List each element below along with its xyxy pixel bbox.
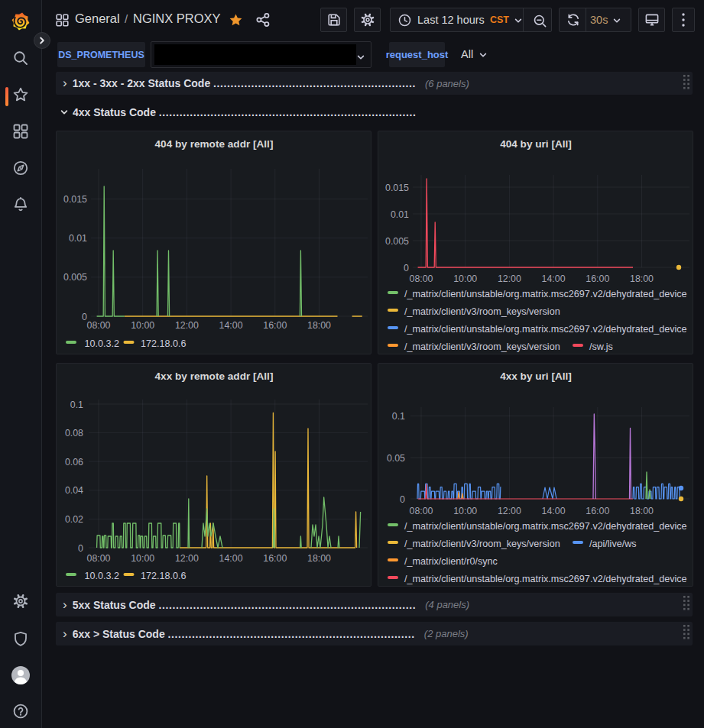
svg-text:12:00: 12:00 — [498, 273, 521, 284]
svg-text:/_matrix/client/v3/room_keys/v: /_matrix/client/v3/room_keys/version — [404, 539, 560, 549]
svg-text:0.08: 0.08 — [65, 428, 83, 438]
svg-text:0.06: 0.06 — [65, 457, 83, 468]
svg-text:18:00: 18:00 — [630, 273, 654, 284]
svg-text:0.1: 0.1 — [392, 411, 405, 422]
svg-text:16:00: 16:00 — [586, 506, 609, 516]
svg-text:14:00: 14:00 — [542, 273, 566, 284]
svg-text:10:00: 10:00 — [453, 273, 477, 284]
svg-text:172.18.0.6: 172.18.0.6 — [141, 338, 187, 349]
svg-text:/_matrix/client/r0/sync: /_matrix/client/r0/sync — [404, 556, 498, 567]
svg-text:0: 0 — [78, 543, 83, 554]
svg-text:16:00: 16:00 — [263, 553, 287, 564]
svg-text:4xx by remote addr [All]: 4xx by remote addr [All] — [155, 370, 274, 382]
svg-text:12:00: 12:00 — [175, 553, 199, 564]
svg-text:/_matrix/client/v3/room_keys/v: /_matrix/client/v3/room_keys/version — [404, 341, 560, 352]
svg-text:0.015: 0.015 — [385, 183, 409, 193]
svg-text:0.1: 0.1 — [70, 400, 83, 410]
svg-text:10:00: 10:00 — [453, 506, 477, 516]
svg-text:0.01: 0.01 — [391, 209, 409, 220]
svg-text:0.005: 0.005 — [63, 272, 87, 283]
svg-text:10:00: 10:00 — [131, 553, 154, 564]
svg-text:16:00: 16:00 — [263, 320, 287, 331]
svg-text:18:00: 18:00 — [630, 506, 654, 516]
svg-text:0.005: 0.005 — [385, 236, 409, 247]
svg-text:0.02: 0.02 — [65, 514, 83, 525]
svg-text:/_matrix/client/unstable/org.m: /_matrix/client/unstable/org.matrix.msc2… — [404, 574, 687, 584]
svg-text:16:00: 16:00 — [586, 273, 609, 284]
svg-text:14:00: 14:00 — [219, 553, 243, 564]
svg-text:10:00: 10:00 — [131, 320, 154, 331]
svg-text:0: 0 — [404, 263, 409, 273]
svg-text:404 by uri [All]: 404 by uri [All] — [500, 138, 572, 150]
svg-text:/_matrix/client/unstable/org.m: /_matrix/client/unstable/org.matrix.msc2… — [404, 289, 687, 299]
svg-text:08:00: 08:00 — [86, 320, 110, 331]
svg-text:12:00: 12:00 — [175, 320, 199, 331]
svg-text:08:00: 08:00 — [409, 506, 433, 516]
svg-text:/_matrix/client/v3/room_keys/v: /_matrix/client/v3/room_keys/version — [404, 306, 560, 317]
svg-text:14:00: 14:00 — [219, 320, 243, 331]
svg-text:0.015: 0.015 — [63, 194, 87, 205]
svg-text:0: 0 — [400, 494, 405, 505]
svg-text:/_matrix/client/unstable/org.m: /_matrix/client/unstable/org.matrix.msc2… — [404, 521, 687, 532]
svg-text:12:00: 12:00 — [498, 506, 521, 516]
svg-text:/api/live/ws: /api/live/ws — [589, 539, 637, 549]
svg-text:404 by remote addr [All]: 404 by remote addr [All] — [155, 138, 274, 150]
svg-text:/_matrix/client/unstable/org.m: /_matrix/client/unstable/org.matrix.msc2… — [404, 324, 687, 335]
svg-text:4xx by uri [All]: 4xx by uri [All] — [500, 370, 572, 382]
svg-text:10.0.3.2: 10.0.3.2 — [85, 571, 120, 581]
svg-text:18:00: 18:00 — [307, 320, 331, 331]
svg-text:172.18.0.6: 172.18.0.6 — [141, 571, 187, 581]
svg-text:0.04: 0.04 — [65, 485, 83, 496]
svg-text:08:00: 08:00 — [86, 553, 110, 564]
svg-text:10.0.3.2: 10.0.3.2 — [85, 338, 120, 349]
svg-text:08:00: 08:00 — [409, 273, 433, 284]
svg-text:14:00: 14:00 — [542, 506, 566, 516]
svg-text:0.01: 0.01 — [69, 233, 87, 244]
svg-text:0.05: 0.05 — [387, 453, 405, 464]
svg-text:18:00: 18:00 — [307, 553, 331, 564]
svg-text:/sw.js: /sw.js — [589, 341, 613, 352]
